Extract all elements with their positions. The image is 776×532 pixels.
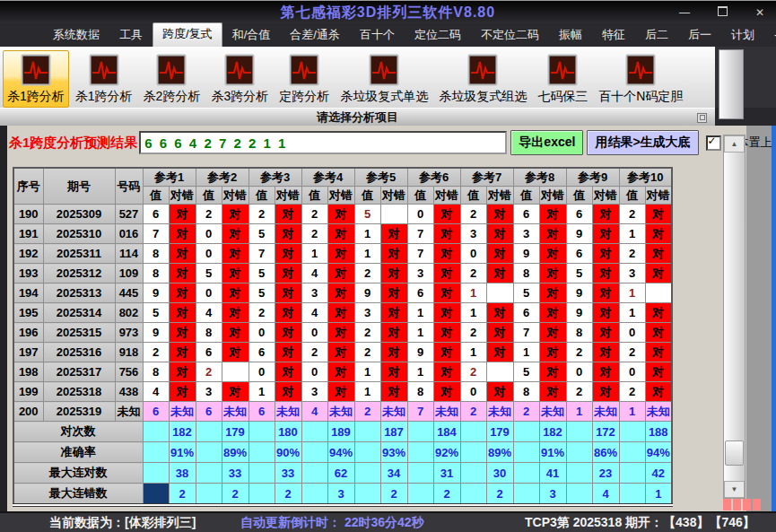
value-cell[interactable]: 6 — [143, 205, 169, 224]
result-cell[interactable]: 未知 — [169, 402, 196, 422]
value-cell[interactable]: 6 — [407, 283, 433, 303]
value-cell[interactable]: 1 — [354, 224, 380, 244]
summary-value-cell[interactable] — [566, 484, 592, 506]
value-cell[interactable]: 2 — [248, 205, 275, 224]
menu-item[interactable]: 和/合值 — [222, 23, 281, 47]
toolbar-button[interactable]: 百十个N码定胆 — [594, 50, 687, 108]
summary-value-cell[interactable] — [513, 422, 539, 442]
value-cell[interactable]: 8 — [143, 362, 169, 382]
result-cell[interactable]: 对 — [222, 244, 248, 264]
result-cell[interactable]: 对 — [169, 244, 196, 264]
value-cell[interactable]: 2 — [301, 205, 327, 224]
value-cell[interactable]: 8 — [143, 244, 169, 264]
value-cell[interactable]: 5 — [248, 224, 275, 244]
summary-value-cell[interactable] — [619, 463, 645, 484]
value-cell[interactable]: 9 — [566, 303, 592, 323]
value-cell[interactable]: 2 — [460, 205, 486, 224]
result-cell[interactable]: 对 — [539, 264, 566, 283]
checkbox-checked-icon[interactable] — [706, 135, 721, 151]
summary-result-cell[interactable]: 34 — [380, 463, 407, 484]
summary-result-cell[interactable]: 42 — [645, 463, 672, 484]
result-cell[interactable]: 对 — [433, 323, 460, 343]
summary-value-cell[interactable] — [407, 422, 433, 442]
value-cell[interactable]: 0 — [619, 323, 645, 343]
value-cell[interactable]: 1 — [354, 244, 380, 264]
result-cell[interactable]: 对 — [380, 362, 407, 382]
value-cell[interactable]: 9 — [407, 343, 433, 362]
result-cell[interactable]: 对 — [433, 362, 460, 382]
result-cell[interactable]: 对 — [592, 303, 619, 323]
summary-result-cell[interactable]: 182 — [169, 422, 196, 442]
summary-result-cell[interactable]: 38 — [169, 463, 196, 484]
result-cell[interactable] — [486, 362, 513, 382]
summary-value-cell[interactable] — [248, 422, 275, 442]
vertical-scrollbar[interactable]: ▲ ▼ — [723, 135, 745, 499]
value-cell[interactable]: 7 — [407, 224, 433, 244]
value-cell[interactable]: 2 — [354, 343, 380, 362]
value-cell[interactable]: 3 — [513, 224, 539, 244]
summary-result-cell[interactable]: 93% — [380, 442, 407, 463]
value-cell[interactable]: 0 — [566, 362, 592, 382]
value-cell[interactable]: 8 — [513, 382, 539, 402]
result-cell[interactable]: 对 — [592, 205, 619, 224]
result-cell[interactable]: 对 — [222, 382, 248, 402]
menu-item[interactable]: 跨度/复式 — [153, 22, 222, 47]
summary-value-cell[interactable] — [460, 484, 486, 506]
summary-result-cell[interactable]: 89% — [486, 442, 513, 463]
value-cell[interactable]: 7 — [248, 244, 275, 264]
result-cell[interactable]: 对 — [539, 323, 566, 343]
value-cell[interactable]: 5 — [196, 264, 222, 283]
result-cell[interactable]: 对 — [433, 382, 460, 402]
result-cell[interactable]: 对 — [539, 343, 566, 362]
result-cell[interactable]: 对 — [486, 323, 513, 343]
result-cell[interactable]: 对 — [275, 323, 301, 343]
value-cell[interactable]: 7 — [407, 402, 433, 422]
value-cell[interactable]: 2 — [354, 323, 380, 343]
value-cell[interactable]: 0 — [460, 382, 486, 402]
result-cell[interactable]: 对 — [486, 264, 513, 283]
summary-value-cell[interactable] — [196, 422, 222, 442]
value-cell[interactable]: 9 — [143, 323, 169, 343]
result-cell[interactable]: 对 — [433, 205, 460, 224]
toolbar-button[interactable]: 杀垃圾复式组选 — [434, 50, 531, 108]
summary-result-cell[interactable]: 23 — [592, 463, 619, 484]
result-cell[interactable] — [222, 362, 248, 382]
result-cell[interactable]: 对 — [539, 205, 566, 224]
summary-result-cell[interactable]: 180 — [275, 422, 301, 442]
result-cell[interactable]: 对 — [433, 224, 460, 244]
summary-result-cell[interactable]: 2 — [275, 484, 301, 506]
value-cell[interactable]: 4 — [143, 382, 169, 402]
result-cell[interactable]: 对 — [327, 343, 354, 362]
result-digits-input[interactable] — [139, 131, 507, 154]
summary-value-cell[interactable] — [301, 463, 327, 484]
value-cell[interactable]: 3 — [619, 264, 645, 283]
summary-value-cell[interactable] — [460, 463, 486, 484]
result-cell[interactable]: 对 — [169, 362, 196, 382]
summary-result-cell[interactable]: 1 — [645, 484, 672, 506]
result-cell[interactable]: 对 — [275, 382, 301, 402]
summary-value-cell[interactable] — [143, 442, 169, 463]
summary-result-cell[interactable]: 94% — [327, 442, 354, 463]
value-cell[interactable]: 0 — [619, 362, 645, 382]
result-cell[interactable]: 对 — [539, 244, 566, 264]
summary-result-cell[interactable]: 86% — [592, 442, 619, 463]
value-cell[interactable]: 6 — [143, 402, 169, 422]
result-cell[interactable]: 对 — [275, 303, 301, 323]
value-cell[interactable]: 3 — [301, 283, 327, 303]
value-cell[interactable]: 6 — [196, 343, 222, 362]
value-cell[interactable]: 8 — [513, 264, 539, 283]
value-cell[interactable]: 8 — [407, 382, 433, 402]
summary-result-cell[interactable]: 33 — [222, 463, 248, 484]
result-cell[interactable]: 对 — [380, 283, 407, 303]
value-cell[interactable]: 1 — [619, 402, 645, 422]
summary-value-cell[interactable] — [566, 442, 592, 463]
summary-value-cell[interactable] — [196, 442, 222, 463]
result-cell[interactable]: 对 — [645, 224, 672, 244]
summary-value-cell[interactable] — [143, 463, 169, 484]
summary-result-cell[interactable]: 33 — [275, 463, 301, 484]
value-cell[interactable]: 2 — [566, 382, 592, 402]
result-cell[interactable]: 对 — [327, 244, 354, 264]
value-cell[interactable]: 2 — [619, 382, 645, 402]
result-cell[interactable]: 对 — [169, 283, 196, 303]
result-cell[interactable]: 对 — [486, 343, 513, 362]
